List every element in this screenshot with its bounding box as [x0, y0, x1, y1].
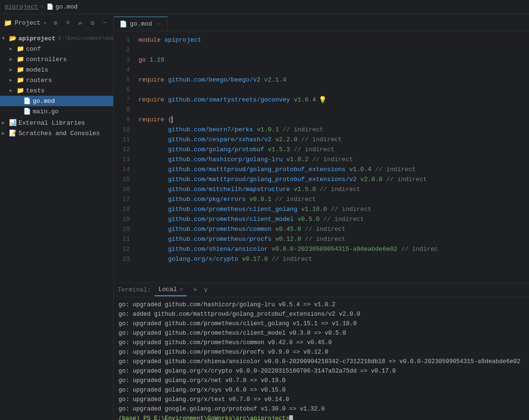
tree-item-models[interactable]: ▶ 📁 models	[0, 64, 113, 75]
ext-lib-icon: 📊	[9, 119, 17, 127]
terminal-line: go: upgraded golang.org/x/sys v0.6.0 => …	[119, 385, 524, 395]
breadcrumb-project: piproject	[5, 3, 38, 10]
breadcrumb-file: 📄 go.mod	[46, 3, 78, 10]
sidebar-title: 📁 Project ▾	[4, 19, 46, 27]
terminal-line: go: upgraded github.com/hashicorp/golang…	[119, 300, 524, 310]
folder-routers-icon: 📁	[16, 76, 25, 84]
code-line: github.com/shiena/ansicolor v0.0.0-20230…	[138, 244, 529, 254]
file-mod-icon: 📄	[23, 97, 31, 105]
arrow-models: ▶	[9, 67, 16, 73]
folder-conf-icon: 📁	[16, 45, 25, 53]
terminal-tab-label: Local	[158, 286, 177, 293]
tab-file-icon: 📄	[119, 20, 127, 28]
code-line	[138, 105, 529, 115]
arrow-tests: ▶	[9, 88, 16, 93]
code-line: github.com/matttproud/golang_protobuf_ex…	[138, 164, 529, 174]
breadcrumb-sep: >	[40, 3, 44, 10]
main-layout: 📁 Project ▾ ⊕ ≡ ⇌ ⚙ − ▼ 📂 apiproject E:\…	[0, 14, 529, 420]
code-line	[138, 85, 529, 95]
folder-models-icon: 📁	[16, 66, 25, 73]
sidebar-icon-3[interactable]: ⇌	[75, 18, 85, 27]
code-line: github.com/beorn7/perks v1.0.1 // indire…	[138, 125, 529, 135]
sidebar-header: 📁 Project ▾ ⊕ ≡ ⇌ ⚙ −	[0, 14, 113, 31]
code-line: github.com/mitchellh/mapstructure v1.5.0…	[138, 184, 529, 194]
sidebar-icons: ⊕ ≡ ⇌ ⚙ −	[51, 18, 109, 27]
code-line: module apiproject	[138, 35, 529, 45]
arrow-conf: ▶	[9, 46, 16, 52]
code-editor: 1234567891011121314151617181920212223 mo…	[114, 31, 529, 283]
code-line	[138, 65, 529, 75]
editor-area: 📄 go.mod × 12345678910111213141516171819…	[114, 14, 529, 420]
code-line: github.com/prometheus/procfs v0.12.0 // …	[138, 234, 529, 244]
file-icon: 📄	[46, 3, 54, 10]
tab-go-mod[interactable]: 📄 go.mod ×	[114, 17, 168, 31]
terminal-line: go: upgraded golang.org/x/crypto v0.0.0-…	[119, 366, 524, 376]
code-line: github.com/cespare/xxhash/v2 v2.2.0 // i…	[138, 135, 529, 145]
tree-item-controllers[interactable]: ▶ 📁 controllers	[0, 54, 113, 64]
tree-item-routers[interactable]: ▶ 📁 routers	[0, 75, 113, 85]
terminal-line: go: upgraded golang.org/x/text v0.7.0 =>…	[119, 395, 524, 404]
terminal-line: (base) PS E:\Environment\GoWorks\src\api…	[119, 414, 524, 420]
terminal-local-tab[interactable]: Local ×	[155, 284, 187, 296]
terminal-line: go: upgraded github.com/prometheus/clien…	[119, 319, 524, 329]
arrow-routers: ▶	[9, 77, 16, 83]
title-bar: piproject > 📄 go.mod	[0, 0, 529, 14]
sidebar-icon-gear[interactable]: ⚙	[88, 18, 97, 27]
line-numbers: 1234567891011121314151617181920212223	[114, 31, 133, 283]
code-line: github.com/prometheus/client_golang v1.1…	[138, 204, 529, 214]
terminal-line: go: added github.com/matttproud/golang_p…	[119, 310, 524, 319]
file-tree: ▼ 📂 apiproject E:\Environment\GoWorks\sr…	[0, 31, 113, 420]
sidebar-dropdown[interactable]: ▾	[44, 20, 47, 26]
code-line: require github.com/smartystreets/goconve…	[138, 95, 529, 105]
terminal-tab-bar: Terminal: Local × + ∨	[114, 283, 529, 297]
terminal-add-button[interactable]: +	[191, 285, 200, 295]
sidebar: 📁 Project ▾ ⊕ ≡ ⇌ ⚙ − ▼ 📂 apiproject E:\…	[0, 14, 114, 420]
folder-open-icon: 📂	[9, 35, 17, 42]
code-line: github.com/pkg/errors v0.9.1 // indirect	[138, 194, 529, 204]
code-line	[138, 45, 529, 55]
terminal-label: Terminal:	[118, 286, 151, 293]
folder-icon: 📁	[4, 19, 12, 27]
terminal-line: go: upgraded github.com/prometheus/commo…	[119, 338, 524, 347]
terminal-line: go: upgraded golang.org/x/net v0.7.0 => …	[119, 376, 524, 385]
code-line: require github.com/beego/beego/v2 v2.1.4	[138, 75, 529, 85]
code-content[interactable]: module apiprojectgo 1.19require github.c…	[133, 31, 529, 283]
code-line: github.com/hashicorp/golang-lru v1.0.2 /…	[138, 155, 529, 164]
breadcrumb: piproject > 📄 go.mod	[5, 3, 78, 10]
arrow-apiproject: ▼	[2, 36, 9, 41]
folder-controllers-icon: 📁	[16, 55, 25, 63]
terminal-tab-close[interactable]: ×	[180, 287, 183, 292]
arrow-controllers: ▶	[9, 56, 16, 62]
terminal-content: go: upgraded github.com/hashicorp/golang…	[114, 297, 529, 420]
tab-label: go.mod	[130, 20, 152, 27]
scratch-icon: 📝	[9, 129, 17, 137]
sidebar-icon-1[interactable]: ⊕	[51, 18, 60, 27]
tree-item-apiproject[interactable]: ▼ 📂 apiproject E:\Environment\GoWorks\sr…	[0, 33, 113, 44]
terminal-menu-button[interactable]: ∨	[204, 286, 208, 294]
tree-item-conf[interactable]: ▶ 📁 conf	[0, 44, 113, 54]
tree-item-scratches[interactable]: ▶ 📝 Scratches and Consoles	[0, 128, 113, 138]
arrow-scratches: ▶	[2, 130, 9, 136]
terminal-line: go: upgraded github.com/prometheus/procf…	[119, 347, 524, 357]
terminal-area: Terminal: Local × + ∨ go: upgraded githu…	[114, 283, 529, 420]
terminal-line: go: upgraded github.com/shiena/ansicolor…	[119, 357, 524, 366]
code-line: go 1.19	[138, 55, 529, 65]
arrow-ext-libs: ▶	[2, 120, 9, 126]
tree-item-external-libs[interactable]: ▶ 📊 External Libraries	[0, 118, 113, 128]
terminal-line: go: upgraded google.golang.org/protobuf …	[119, 404, 524, 414]
code-line: github.com/prometheus/common v0.45.0 // …	[138, 224, 529, 234]
file-go-icon: 📄	[23, 108, 31, 115]
code-line: github.com/matttproud/golang_protobuf_ex…	[138, 174, 529, 184]
code-line: require (	[138, 115, 529, 125]
tab-close-button[interactable]: ×	[155, 21, 162, 27]
tree-item-go-mod[interactable]: ▶ 📄 go.mod	[0, 96, 113, 106]
folder-tests-icon: 📁	[16, 87, 25, 94]
sidebar-icon-min[interactable]: −	[100, 18, 109, 27]
sidebar-icon-2[interactable]: ≡	[63, 18, 73, 27]
terminal-line: go: upgraded github.com/prometheus/clien…	[119, 329, 524, 338]
code-line: github.com/golang/protobuf v1.5.3 // ind…	[138, 145, 529, 155]
code-line: golang.org/x/crypto v0.17.0 // indirect	[138, 254, 529, 264]
tab-bar: 📄 go.mod ×	[114, 14, 529, 31]
tree-item-tests[interactable]: ▶ 📁 tests	[0, 85, 113, 96]
tree-item-main-go[interactable]: ▶ 📄 main.go	[0, 106, 113, 117]
